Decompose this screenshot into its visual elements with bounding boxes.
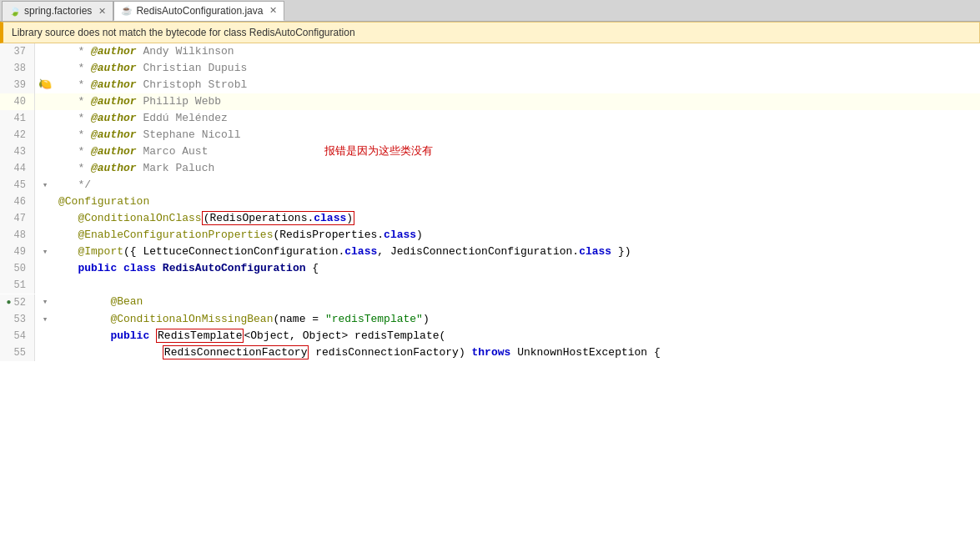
line-number-49: 49 [0,244,35,260]
code-line-55: 55 RedisConnectionFactory redisConnectio… [0,344,980,361]
tab-spring-factories-close[interactable]: ✕ [98,6,106,17]
line-number-43: 43 [0,143,35,160]
gutter-52: ▾ [35,294,55,310]
tab-bar: 🍃 spring.factories ✕ ☕ RedisAutoConfigur… [0,0,980,22]
line-content-46: @Configuration [55,194,980,210]
line-content-43: * @author Marco Aust报错是因为这些类没有 [55,143,980,160]
line-content-55: RedisConnectionFactory redisConnectionFa… [55,344,980,361]
line-number-44: 44 [0,160,35,177]
line-content-38: * @author Christian Dupuis [55,60,980,77]
redis-template-box: RedisTemplate [156,329,244,343]
line-content-45: */ [55,177,980,194]
line-number-39: 39 [0,77,35,93]
line-content-54: public RedisTemplate<Object, Object> red… [55,328,980,344]
gutter-53: ▾ [35,311,55,328]
line-content-41: * @author Eddú Meléndez [55,110,980,127]
code-line-48: 48 @EnableConfigurationProperties(RedisP… [0,227,980,244]
line-number-37: 37 [0,43,35,60]
tab-redis-auto-config-label: RedisAutoConfiguration.java [136,5,263,17]
line-number-51: 51 [0,277,35,294]
line-number-46: 46 [0,194,35,210]
gutter-45: ▾ [35,177,55,194]
line-content-42: * @author Stephane Nicoll [55,127,980,143]
code-line-44: 44 * @author Mark Paluch [0,160,980,177]
code-line-51: 51 [0,277,980,294]
tab-spring-factories[interactable]: 🍃 spring.factories ✕ [2,1,113,21]
code-line-43: 43 * @author Marco Aust报错是因为这些类没有 [0,143,980,160]
line-number-52: ●52 [0,294,35,311]
line-content-51 [55,277,980,294]
code-line-40: 40 * @author Phillip Webb [0,93,980,110]
tab-redis-auto-config-close[interactable]: ✕ [269,5,277,16]
code-line-45: 45 ▾ */ [0,177,980,194]
line-number-40: 40 [0,93,35,110]
warning-banner: Library source does not match the byteco… [0,22,980,43]
line-number-53: 53 [0,311,35,328]
code-line-38: 38 * @author Christian Dupuis [0,60,980,77]
line-number-50: 50 [0,260,35,277]
line-content-40: * @author Phillip Webb [55,93,980,110]
line-content-52: @Bean [55,294,980,310]
tab-redis-auto-config[interactable]: ☕ RedisAutoConfiguration.java ✕ [113,1,284,21]
line-number-42: 42 [0,127,35,143]
line-content-47: @ConditionalOnClass(RedisOperations.clas… [55,210,980,227]
java-icon: ☕ [121,5,133,16]
line-number-48: 48 [0,227,35,244]
line-number-45: 45 [0,177,35,194]
redis-operations-box: (RedisOperations.class) [202,211,354,225]
gutter-49: ▾ [35,244,55,260]
code-area: 37 * @author Andy Wilkinson 38 * @author… [0,43,980,553]
code-line-42: 42 * @author Stephane Nicoll [0,127,980,143]
line-number-55: 55 [0,344,35,361]
line-number-54: 54 [0,328,35,344]
leaf-icon: 🍃 [9,6,21,17]
code-line-54: 54 public RedisTemplate<Object, Object> … [0,328,980,344]
code-line-37: 37 * @author Andy Wilkinson [0,43,980,60]
line-content-53: @ConditionalOnMissingBean(name = "redisT… [55,311,980,328]
redis-connection-factory-box: RedisConnectionFactory [163,345,309,359]
code-line-49: 49 ▾ @Import({ LettuceConnectionConfigur… [0,244,980,260]
code-line-53: 53 ▾ @ConditionalOnMissingBean(name = "r… [0,311,980,328]
annotation-note: 报错是因为这些类没有 [324,145,433,158]
code-line-50: 50 public class RedisAutoConfiguration { [0,260,980,277]
tab-spring-factories-label: spring.factories [24,5,92,17]
code-line-41: 41 * @author Eddú Meléndez [0,110,980,127]
code-line-39: 39 🍋 * @author Christoph Strobl [0,77,980,93]
line-content-37: * @author Andy Wilkinson [55,43,980,60]
line-number-38: 38 [0,60,35,77]
line-number-41: 41 [0,110,35,127]
warning-text: Library source does not match the byteco… [12,27,355,38]
line-content-48: @EnableConfigurationProperties(RedisProp… [55,227,980,244]
code-line-46: 46 @Configuration [0,194,980,210]
line-content-49: @Import({ LettuceConnectionConfiguration… [55,244,980,260]
code-line-47: 47 @ConditionalOnClass(RedisOperations.c… [0,210,980,227]
line-number-47: 47 [0,210,35,227]
gutter-39: 🍋 [35,77,55,93]
line-content-44: * @author Mark Paluch [55,160,980,177]
line-content-39: * @author Christoph Strobl [55,77,980,93]
code-line-52: ●52 ▾ @Bean [0,294,980,311]
line-content-50: public class RedisAutoConfiguration { [55,260,980,277]
